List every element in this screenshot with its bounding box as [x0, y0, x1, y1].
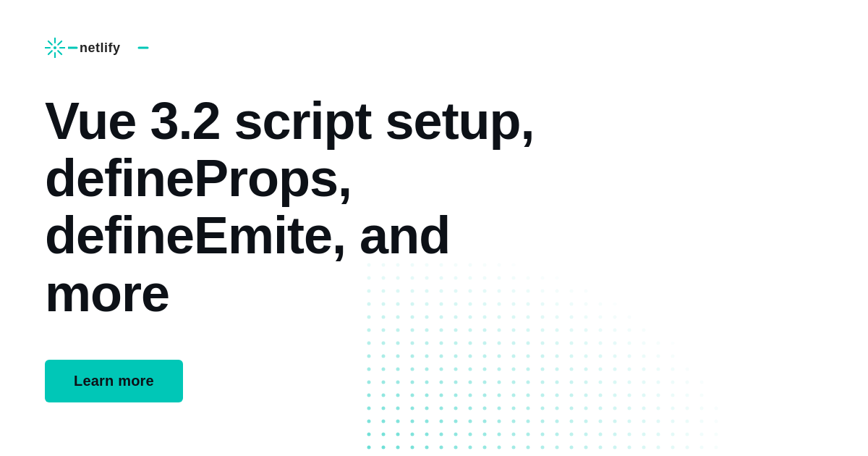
- svg-point-298: [411, 446, 414, 449]
- svg-point-316: [671, 446, 675, 449]
- svg-text:netlify: netlify: [80, 41, 121, 55]
- svg-line-327: [48, 51, 52, 54]
- learn-more-button[interactable]: Learn more: [45, 360, 183, 402]
- svg-point-309: [570, 446, 574, 449]
- svg-point-301: [454, 446, 458, 449]
- svg-point-305: [512, 446, 516, 449]
- svg-point-312: [613, 446, 617, 449]
- svg-point-303: [483, 446, 487, 449]
- svg-point-296: [382, 446, 386, 449]
- svg-point-308: [556, 446, 559, 449]
- svg-point-310: [584, 446, 588, 449]
- page-content: netlify Vue 3.2 script setup, defineProp…: [0, 0, 868, 440]
- svg-point-297: [396, 446, 400, 449]
- netlify-logo: netlify: [45, 38, 162, 58]
- svg-point-319: [715, 446, 718, 449]
- svg-point-328: [54, 46, 56, 49]
- svg-point-300: [440, 446, 443, 449]
- svg-point-313: [628, 446, 631, 449]
- svg-point-317: [686, 446, 689, 449]
- svg-line-325: [58, 51, 61, 54]
- page-wrapper: // Generate dots programmatically: [0, 0, 868, 456]
- svg-point-299: [425, 446, 429, 449]
- svg-point-315: [657, 446, 660, 449]
- svg-point-318: [700, 446, 704, 449]
- netlify-text-logo: netlify: [68, 38, 162, 58]
- svg-point-302: [469, 446, 472, 449]
- main-heading: Vue 3.2 script setup, defineProps, defin…: [45, 93, 551, 322]
- logo-area: netlify: [45, 38, 823, 58]
- svg-line-326: [58, 41, 61, 45]
- netlify-icon: [45, 38, 65, 58]
- svg-point-306: [527, 446, 530, 449]
- svg-point-311: [599, 446, 603, 449]
- svg-point-295: [367, 446, 371, 449]
- svg-point-304: [498, 446, 501, 449]
- svg-point-314: [642, 446, 646, 449]
- svg-line-324: [48, 41, 52, 45]
- svg-point-307: [541, 446, 545, 449]
